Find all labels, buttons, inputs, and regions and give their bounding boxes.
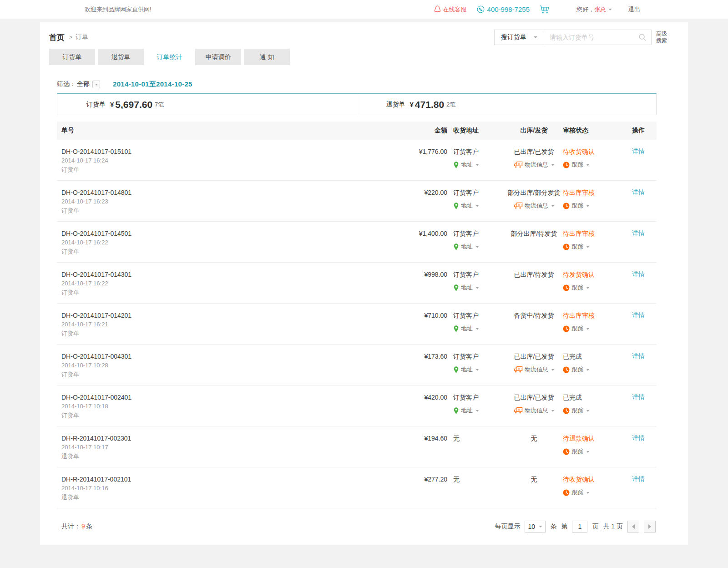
location-pin-icon <box>453 407 459 415</box>
address-link[interactable]: 地址 <box>453 284 479 292</box>
track-link[interactable]: 跟踪 <box>563 365 589 374</box>
table-row: DH-O-20141017-014501 2014-10-17 16:22 订货… <box>57 222 657 263</box>
track-link[interactable]: 跟踪 <box>563 243 589 251</box>
shipping-status: 部分出库/部分发货 <box>505 188 563 197</box>
breadcrumb-home[interactable]: 首页 <box>49 32 65 43</box>
order-amount: ¥1,400.00 <box>357 229 447 262</box>
customer-label: 订货客户 <box>453 311 505 320</box>
status-text: 待发货确认 <box>563 270 620 279</box>
detail-link[interactable]: 详情 <box>632 352 645 360</box>
track-link[interactable]: 跟踪 <box>563 488 589 497</box>
track-link[interactable]: 跟踪 <box>563 447 589 456</box>
search-category-select[interactable]: 搜订货单 <box>495 30 543 45</box>
filter-dropdown[interactable] <box>92 81 100 88</box>
chevron-down-icon <box>476 287 479 290</box>
search-button[interactable] <box>637 33 651 41</box>
detail-link[interactable]: 详情 <box>632 311 645 319</box>
track-link[interactable]: 跟踪 <box>563 161 589 169</box>
search-category-value: 搜订货单 <box>501 33 526 41</box>
breadcrumb-current: 订单 <box>76 33 88 41</box>
tab-order-stats[interactable]: 订单统计 <box>147 49 192 65</box>
detail-link[interactable]: 详情 <box>632 434 645 441</box>
logout-link[interactable]: 退出 <box>628 5 640 14</box>
tab-order-form[interactable]: 订货单 <box>49 49 95 65</box>
chevron-down-icon <box>551 369 554 372</box>
order-type: 退货单 <box>61 452 357 461</box>
main-panel: 首页 > 订单 搜订货单 高级 <box>40 22 688 545</box>
order-number: DH-R-20141017-002301 <box>61 434 357 443</box>
detail-link[interactable]: 详情 <box>632 188 645 196</box>
detail-link[interactable]: 详情 <box>632 147 645 155</box>
status-text: 待退款确认 <box>563 434 620 443</box>
address-link[interactable]: 地址 <box>453 202 479 210</box>
order-amount: ¥194.60 <box>357 434 447 467</box>
chevron-down-icon <box>476 369 479 372</box>
cart-button[interactable] <box>540 5 550 14</box>
detail-link[interactable]: 详情 <box>632 270 645 278</box>
order-type: 订货单 <box>61 206 357 215</box>
track-link[interactable]: 跟踪 <box>563 406 589 415</box>
status-text: 待出库审核 <box>563 229 620 238</box>
page-input[interactable] <box>572 521 587 532</box>
order-number: DH-O-20141017-014801 <box>61 188 357 197</box>
order-number: DH-O-20141017-014301 <box>61 270 357 279</box>
order-amount: ¥277.20 <box>357 475 447 508</box>
search-input[interactable] <box>543 34 637 41</box>
tab-price-adjust[interactable]: 申请调价 <box>195 49 241 65</box>
arrow-left-icon <box>630 524 635 529</box>
track-link[interactable]: 跟踪 <box>563 202 589 210</box>
tab-notice[interactable]: 通 知 <box>244 49 290 65</box>
clock-icon <box>563 407 570 414</box>
filter-label: 筛选： <box>57 80 76 88</box>
truck-icon <box>514 407 523 414</box>
clock-icon <box>563 203 570 209</box>
next-page-button[interactable] <box>644 521 656 532</box>
customer-label: 订货客户 <box>453 270 505 279</box>
logistics-link[interactable]: 物流信息 <box>514 365 554 374</box>
phone-number: 400-998-7255 <box>487 5 530 13</box>
address-link[interactable]: 地址 <box>453 365 479 374</box>
username-menu[interactable]: 张总 <box>594 5 612 14</box>
logistics-link[interactable]: 物流信息 <box>514 406 554 415</box>
order-number: DH-O-20141017-014501 <box>61 229 357 238</box>
per-page-select[interactable]: 10 <box>525 521 546 532</box>
chevron-down-icon <box>586 205 589 208</box>
prev-page-button[interactable] <box>627 521 639 532</box>
orders-total-amount: 5,697.60 <box>115 99 152 110</box>
truck-icon <box>514 202 523 209</box>
address-link[interactable]: 地址 <box>453 243 479 251</box>
truck-icon <box>514 366 523 373</box>
logistics-link[interactable]: 物流信息 <box>514 161 554 169</box>
total-pages: 共 1 页 <box>603 522 623 531</box>
chevron-down-icon <box>586 410 589 413</box>
track-link[interactable]: 跟踪 <box>563 284 589 292</box>
chevron-down-icon <box>551 205 554 208</box>
date-range-link[interactable]: 2014-10-01至2014-10-25 <box>113 80 192 89</box>
tab-return-form[interactable]: 退货单 <box>98 49 144 65</box>
address-link[interactable]: 地址 <box>453 406 479 415</box>
table-row: DH-O-20141017-004301 2014-10-17 10:28 订货… <box>57 345 657 385</box>
order-type: 订货单 <box>61 329 357 338</box>
address-link[interactable]: 地址 <box>453 325 479 333</box>
topbar: 欢迎来到品牌网家直供网! 在线客服 400-998-7255 <box>0 0 728 19</box>
online-service-link[interactable]: 在线客服 <box>434 5 467 14</box>
detail-link[interactable]: 详情 <box>632 393 645 401</box>
detail-link[interactable]: 详情 <box>632 475 645 482</box>
order-table: 单号 金额 收货地址 出库/发货 审核状态 操作 DH-O-20141017-0… <box>57 122 657 545</box>
shipping-status: 已出库/已发货 <box>505 352 563 361</box>
chevron-down-icon <box>551 410 554 413</box>
advanced-search-link[interactable]: 高级 搜索 <box>656 30 667 44</box>
address-link[interactable]: 地址 <box>453 161 479 169</box>
status-text: 待收货确认 <box>563 475 620 484</box>
detail-link[interactable]: 详情 <box>632 229 645 237</box>
chevron-down-icon <box>476 410 479 413</box>
order-type: 订货单 <box>61 165 357 174</box>
customer-label: 订货客户 <box>453 147 505 156</box>
shipping-status: 备货中/待发货 <box>505 311 563 320</box>
location-pin-icon <box>453 366 459 374</box>
logistics-link[interactable]: 物流信息 <box>514 202 554 210</box>
chevron-down-icon <box>608 9 612 12</box>
per-page-label: 每页显示 <box>495 522 520 531</box>
summary-returns: 退货单 ¥ 471.80 2笔 <box>357 94 657 115</box>
track-link[interactable]: 跟踪 <box>563 325 589 333</box>
